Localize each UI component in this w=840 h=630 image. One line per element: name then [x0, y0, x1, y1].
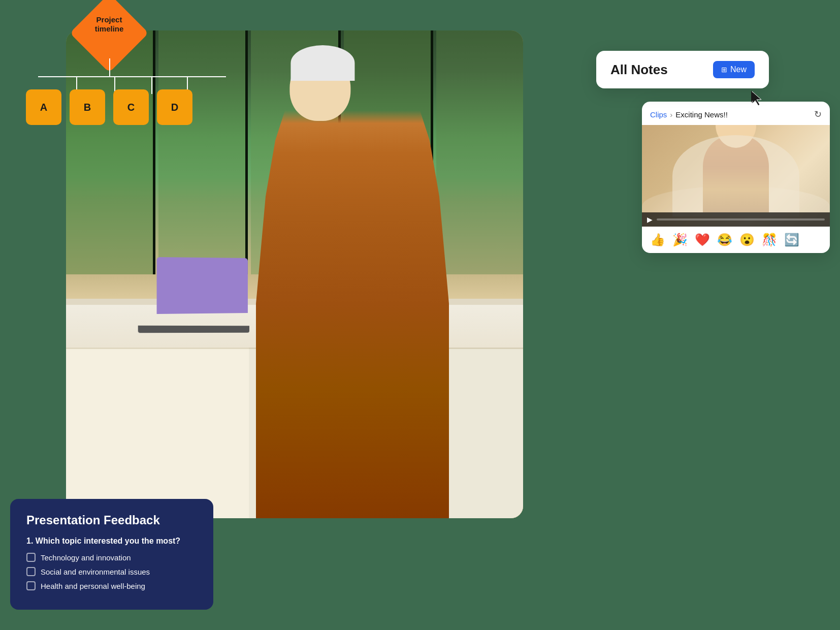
feedback-option-1: Technology and innovation: [26, 553, 197, 562]
timeline-title: Projecttimeline: [84, 15, 135, 34]
reaction-cycle[interactable]: 🔄: [784, 233, 799, 247]
play-button[interactable]: ▶: [647, 215, 653, 224]
feedback-card: Presentation Feedback 1. Which topic int…: [10, 499, 213, 610]
feedback-checkbox-3[interactable]: [26, 581, 36, 590]
all-notes-title: All Notes: [610, 62, 668, 78]
timeline-nodes: A B C D: [26, 89, 192, 125]
clips-header: Clips › Exciting News!! ↻: [642, 102, 830, 125]
feedback-option-3: Health and personal well-being: [26, 581, 197, 590]
reaction-laugh[interactable]: 😂: [717, 233, 732, 247]
new-button-label: New: [730, 65, 747, 74]
new-button[interactable]: ⊞ New: [713, 61, 755, 78]
clips-chevron: ›: [670, 110, 672, 119]
reaction-party[interactable]: 🎊: [762, 233, 777, 247]
new-button-icon: ⊞: [721, 66, 727, 74]
clips-breadcrumb: Clips › Exciting News!!: [650, 110, 728, 119]
refresh-icon[interactable]: ↻: [814, 109, 822, 120]
feedback-option-1-text: Technology and innovation: [41, 553, 131, 562]
reactions-bar: 👍 🎉 ❤️ 😂 😮 🎊 🔄: [642, 227, 830, 253]
video-container[interactable]: ▶: [642, 125, 830, 227]
feedback-option-3-text: Health and personal well-being: [41, 582, 145, 590]
feedback-option-2-text: Social and environmental issues: [41, 568, 150, 576]
timeline-node-d: D: [157, 89, 192, 125]
timeline-node-b: B: [70, 89, 105, 125]
feedback-checkbox-2[interactable]: [26, 567, 36, 576]
clips-current: Exciting News!!: [675, 110, 728, 119]
feedback-title: Presentation Feedback: [26, 513, 197, 527]
feedback-checkbox-1[interactable]: [26, 553, 36, 562]
timeline-title-text: Projecttimeline: [95, 15, 124, 33]
reaction-clap[interactable]: 🎉: [672, 233, 688, 247]
timeline-card: Projecttimeline A B C D: [71, 5, 147, 81]
timeline-node-a: A: [26, 89, 61, 125]
timeline-node-c: C: [113, 89, 149, 125]
all-notes-card: All Notes ⊞ New: [596, 51, 769, 88]
feedback-question: 1. Which topic interested you the most?: [26, 537, 197, 546]
reaction-thumbsup[interactable]: 👍: [650, 233, 665, 247]
reaction-heart[interactable]: ❤️: [695, 233, 710, 247]
reaction-wow[interactable]: 😮: [739, 233, 755, 247]
clips-parent-link[interactable]: Clips: [650, 110, 667, 119]
feedback-option-2: Social and environmental issues: [26, 567, 197, 576]
progress-track[interactable]: [657, 218, 825, 220]
cursor: [751, 90, 761, 105]
video-progress-bar: ▶: [642, 212, 830, 227]
clips-card: Clips › Exciting News!! ↻ ▶ 👍 🎉 ❤️ 😂 😮: [642, 102, 830, 253]
